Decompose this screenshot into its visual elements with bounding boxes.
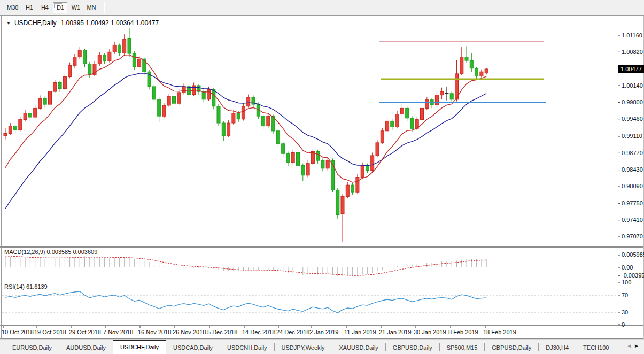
- timeframe-button-mn[interactable]: MN: [84, 2, 98, 13]
- chart-canvas[interactable]: [0, 16, 644, 339]
- symbol-tab-usdcad-daily[interactable]: USDCAD,Daily: [166, 341, 220, 353]
- symbol-tab-xauusd-daily[interactable]: XAUUSD,Daily: [332, 341, 385, 353]
- mt4-chart-window: M30H1H4D1W1MN ▼USDCHF,Daily1.00395 1.004…: [0, 0, 644, 354]
- timeframe-button-d1[interactable]: D1: [53, 2, 67, 13]
- symbol-tab-tech100[interactable]: TECH100: [576, 341, 616, 353]
- chart-area: [0, 16, 644, 339]
- tab-scroll-right-icon[interactable]: ►: [634, 343, 641, 349]
- timeframe-toolbar: M30H1H4D1W1MN: [0, 0, 644, 16]
- symbol-tab-usdjpy-weekly[interactable]: USDJPY,Weekly: [275, 341, 332, 353]
- timeframe-button-m30[interactable]: M30: [4, 2, 21, 13]
- timeframe-button-w1[interactable]: W1: [68, 2, 83, 13]
- tab-scroll-left-icon[interactable]: ◄: [626, 343, 634, 349]
- symbol-tab-sp500-m15[interactable]: SP500,M15: [440, 341, 484, 353]
- symbol-tabs-bar: EURUSD,DailyAUDUSD,DailyUSDCHF,DailyUSDC…: [0, 339, 644, 354]
- tab-scroll-arrows: ◄►: [626, 343, 641, 349]
- timeframe-button-h1[interactable]: H1: [22, 2, 36, 13]
- symbol-tab-dj30-h4[interactable]: DJ30,H4: [539, 341, 576, 353]
- symbol-tab-eurusd-daily[interactable]: EURUSD,Daily: [5, 341, 59, 353]
- symbol-tab-audusd-daily[interactable]: AUDUSD,Daily: [59, 341, 113, 353]
- symbol-tab-usdchf-daily[interactable]: USDCHF,Daily: [113, 340, 166, 354]
- symbol-tab-usdcnh-daily[interactable]: USDCNH,Daily: [220, 341, 274, 353]
- timeframe-button-h4[interactable]: H4: [37, 2, 52, 13]
- symbol-tab-gbpusd-daily[interactable]: GBPUSD,Daily: [485, 341, 538, 353]
- symbol-tab-gbpusd-daily[interactable]: GBPUSD,Daily: [386, 341, 439, 353]
- toolbar-separator: [104, 2, 105, 13]
